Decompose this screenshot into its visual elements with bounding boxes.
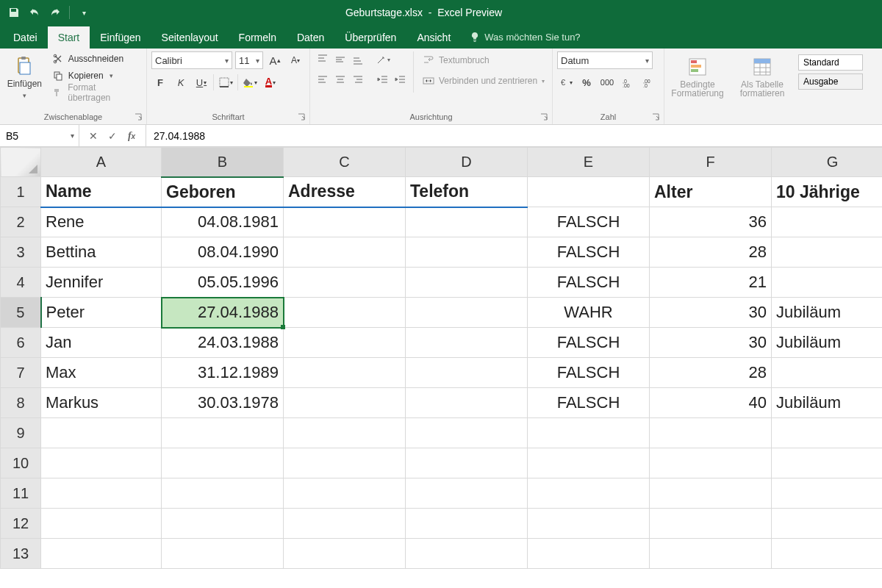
cell-D4[interactable] — [406, 268, 528, 298]
cell-E7[interactable]: FALSCH — [528, 358, 650, 388]
tab-ueberpruefen[interactable]: Überprüfen — [334, 26, 406, 49]
cell-E13[interactable] — [528, 539, 650, 569]
cell-B5[interactable]: 27.04.1988 — [162, 298, 284, 328]
cell-A9[interactable] — [41, 418, 162, 448]
cell-B13[interactable] — [162, 539, 284, 569]
cell-E9[interactable] — [528, 418, 650, 448]
cell-A10[interactable] — [41, 448, 162, 478]
row-header-12[interactable]: 12 — [1, 509, 41, 539]
tab-einfuegen[interactable]: Einfügen — [90, 26, 151, 49]
cell-A2[interactable]: Rene — [41, 207, 162, 237]
cell-E3[interactable]: FALSCH — [528, 237, 650, 268]
cell-A4[interactable]: Jennifer — [41, 268, 162, 298]
cell-F1[interactable]: Alter — [650, 177, 772, 207]
row-header-2[interactable]: 2 — [1, 207, 41, 237]
select-all-corner[interactable] — [1, 148, 41, 177]
redo-icon[interactable] — [49, 6, 62, 19]
cell-B1[interactable]: Geboren — [162, 177, 284, 207]
fill-color-button[interactable]: ▾ — [241, 74, 259, 91]
number-format-combo[interactable]: Datum ▾ — [557, 51, 653, 69]
cell-C4[interactable] — [284, 268, 406, 298]
cell-E11[interactable] — [528, 478, 650, 509]
cell-E2[interactable]: FALSCH — [528, 207, 650, 237]
cell-B9[interactable] — [162, 418, 284, 448]
row-header-3[interactable]: 3 — [1, 237, 41, 268]
wrap-text-button[interactable]: Textumbruch — [423, 51, 545, 69]
cell-B3[interactable]: 08.04.1990 — [162, 237, 284, 268]
cell-F5[interactable]: 30 — [650, 298, 772, 328]
cell-B12[interactable] — [162, 509, 284, 539]
cell-F9[interactable] — [650, 418, 772, 448]
cell-F3[interactable]: 28 — [650, 237, 772, 268]
cell-C9[interactable] — [284, 418, 406, 448]
conditional-formatting-button[interactable]: Bedingte Formatierung — [669, 51, 726, 103]
align-top-button[interactable] — [315, 51, 331, 68]
cell-B11[interactable] — [162, 478, 284, 509]
cell-B8[interactable]: 30.03.1978 — [162, 388, 284, 418]
cell-C8[interactable] — [284, 388, 406, 418]
cell-A6[interactable]: Jan — [41, 328, 162, 358]
chevron-down-icon[interactable]: ▾ — [71, 132, 79, 140]
align-middle-button[interactable] — [332, 51, 348, 68]
tell-me-search[interactable]: Was möchten Sie tun? — [461, 25, 589, 49]
row-header-7[interactable]: 7 — [1, 358, 41, 388]
column-header-F[interactable]: F — [650, 148, 772, 177]
cell-C7[interactable] — [284, 358, 406, 388]
tab-datei[interactable]: Datei — [3, 26, 48, 49]
cell-F4[interactable]: 21 — [650, 268, 772, 298]
cell-A8[interactable]: Markus — [41, 388, 162, 418]
align-bottom-button[interactable] — [350, 51, 366, 68]
cell-C11[interactable] — [284, 478, 406, 509]
cell-E5[interactable]: WAHR — [528, 298, 650, 328]
increase-indent-button[interactable] — [392, 72, 409, 88]
cell-F11[interactable] — [650, 478, 772, 509]
row-header-5[interactable]: 5 — [1, 298, 41, 328]
merge-center-button[interactable]: Verbinden und zentrieren ▾ — [423, 72, 545, 90]
cell-G7[interactable] — [772, 358, 883, 388]
cell-G12[interactable] — [772, 509, 883, 539]
font-size-combo[interactable]: 11 ▾ — [235, 51, 263, 69]
cell-D12[interactable] — [406, 509, 528, 539]
cell-D3[interactable] — [406, 237, 528, 268]
cell-D13[interactable] — [406, 539, 528, 569]
cell-G4[interactable] — [772, 268, 883, 298]
dialog-launcher-icon[interactable] — [540, 113, 549, 122]
fx-icon[interactable]: fx — [125, 130, 138, 142]
cell-D1[interactable]: Telefon — [406, 177, 528, 207]
row-header-9[interactable]: 9 — [1, 418, 41, 448]
increase-font-button[interactable]: A▴ — [266, 51, 284, 69]
underline-button[interactable]: U▾ — [193, 74, 210, 91]
tab-formeln[interactable]: Formeln — [229, 26, 287, 49]
orientation-button[interactable]: ▾ — [375, 51, 391, 68]
cell-C12[interactable] — [284, 509, 406, 539]
format-as-table-button[interactable]: Als Tabelle formatieren — [735, 51, 789, 103]
row-header-1[interactable]: 1 — [1, 177, 41, 207]
formula-input[interactable] — [146, 125, 882, 146]
cell-C6[interactable] — [284, 328, 406, 358]
column-header-E[interactable]: E — [528, 148, 650, 177]
dialog-launcher-icon[interactable] — [298, 113, 306, 122]
cell-F10[interactable] — [650, 448, 772, 478]
font-name-combo[interactable]: Calibri ▾ — [151, 51, 232, 69]
decrease-font-button[interactable]: A▾ — [287, 51, 304, 69]
cell-D11[interactable] — [406, 478, 528, 509]
cell-D8[interactable] — [406, 388, 528, 418]
name-box-input[interactable] — [0, 130, 57, 142]
cell-A3[interactable]: Bettina — [41, 237, 162, 268]
cell-G3[interactable] — [772, 237, 883, 268]
dialog-launcher-icon[interactable] — [652, 113, 661, 122]
cell-G6[interactable]: Jubiläum — [772, 328, 883, 358]
column-header-C[interactable]: C — [284, 148, 406, 177]
cell-E6[interactable]: FALSCH — [528, 328, 650, 358]
cell-A5[interactable]: Peter — [41, 298, 162, 328]
cell-G11[interactable] — [772, 478, 883, 509]
cell-A13[interactable] — [41, 539, 162, 569]
decrease-indent-button[interactable] — [375, 72, 391, 88]
increase-decimal-button[interactable]: ,0,00 — [619, 74, 637, 91]
font-color-button[interactable]: A ▾ — [262, 74, 279, 91]
cell-G10[interactable] — [772, 448, 883, 478]
cell-C13[interactable] — [284, 539, 406, 569]
column-header-D[interactable]: D — [406, 148, 528, 177]
cell-F12[interactable] — [650, 509, 772, 539]
bold-button[interactable]: F — [151, 74, 169, 91]
